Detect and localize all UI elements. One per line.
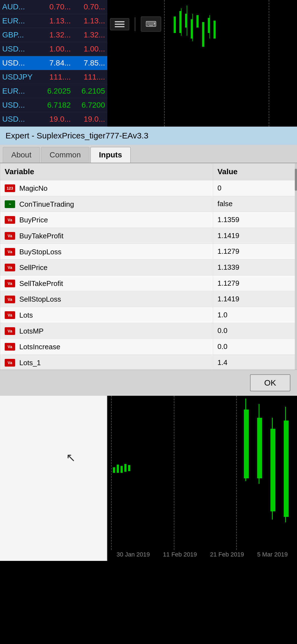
tab-about[interactable]: About <box>3 147 40 163</box>
inputs-table: Variable Value 123 MagicNo 0 ~ ConTinueT… <box>0 163 297 370</box>
ticker-bid: 7.84... <box>37 59 71 67</box>
svg-rect-21 <box>117 465 119 473</box>
ticker-row[interactable]: EUR... 6.2025 6.2105 <box>0 84 107 98</box>
table-row[interactable]: Va Lots_1 1.4 <box>0 354 297 370</box>
scrollbar[interactable] <box>295 163 297 370</box>
ticker-bid: 6.7182 <box>37 101 71 110</box>
bottom-section: ↖ 30 Jan 201911 Feb <box>0 396 297 561</box>
chart-area-top: ⌨ <box>107 0 297 127</box>
ticker-row[interactable]: EUR... 1.13... 1.13... <box>0 14 107 28</box>
top-section: AUD... 0.70... 0.70... EUR... 1.13... 1.… <box>0 0 297 127</box>
table-row[interactable]: Va Lots 1.0 <box>0 307 297 323</box>
value-cell[interactable]: 1.1359 <box>213 212 297 228</box>
table-row[interactable]: Va BuyTakeProfit 1.1419 <box>0 228 297 244</box>
var-icon: Va <box>5 311 15 319</box>
svg-rect-22 <box>120 466 123 473</box>
table-row[interactable]: Va BuyPrice 1.1359 <box>0 212 297 228</box>
var-icon: Va <box>5 343 15 351</box>
table-row[interactable]: Va BuyStopLoss 1.1279 <box>0 244 297 260</box>
var-icon: Va <box>5 264 15 271</box>
value-cell[interactable]: false <box>213 196 297 212</box>
var-name: Lots <box>19 311 33 319</box>
var-name: LotsIncrease <box>19 343 60 351</box>
ticker-bid: 1.32... <box>37 31 71 39</box>
value-cell[interactable]: 0.0 <box>213 323 297 339</box>
svg-rect-20 <box>113 467 115 473</box>
ticker-name: USD... <box>2 59 37 67</box>
table-row[interactable]: Va SellTakeProfit 1.1279 <box>0 275 297 291</box>
variable-cell: Va SellTakeProfit <box>0 275 213 291</box>
value-cell[interactable]: 1.1339 <box>213 260 297 275</box>
ticker-name: USD... <box>2 45 37 53</box>
expert-title-bar: Expert - SuplexPrices_tiger777-EAv3.3 <box>0 127 297 145</box>
keyboard-button[interactable]: ⌨ <box>141 17 161 32</box>
expert-dialog: Expert - SuplexPrices_tiger777-EAv3.3 Ab… <box>0 127 297 396</box>
svg-rect-23 <box>124 464 127 472</box>
ticker-row[interactable]: USD... 6.7182 6.7200 <box>0 98 107 112</box>
var-name: BuyStopLoss <box>19 247 61 256</box>
date-axis: 30 Jan 201911 Feb 201921 Feb 20195 Mar 2… <box>107 551 297 558</box>
date-label: 21 Feb 2019 <box>210 551 244 558</box>
value-cell[interactable]: 1.1279 <box>213 275 297 291</box>
value-cell[interactable]: 1.4 <box>213 354 297 370</box>
ticker-row[interactable]: GBP... 1.32... 1.32... <box>0 28 107 42</box>
scroll-thumb[interactable] <box>295 169 297 191</box>
table-row[interactable]: ~ ConTinueTrading false <box>0 196 297 212</box>
table-row[interactable]: Va SellStopLoss 1.1419 <box>0 291 297 307</box>
ticker-bid: 0.70... <box>37 2 71 11</box>
ticker-bid: 6.2025 <box>37 87 71 95</box>
var-icon: 123 <box>5 184 15 192</box>
svg-rect-4 <box>196 15 199 28</box>
toolbar-divider <box>135 17 135 31</box>
table-row[interactable]: Va LotsIncrease 0.0 <box>0 339 297 355</box>
tab-inputs[interactable]: Inputs <box>90 147 131 163</box>
ticker-name: EUR... <box>2 17 37 25</box>
ticker-row[interactable]: USD... 1.00... 1.00... <box>0 42 107 56</box>
var-name: BuyPrice <box>19 216 48 224</box>
svg-rect-7 <box>213 21 216 39</box>
ticker-name: USD... <box>2 115 37 124</box>
ticker-name: USD... <box>2 101 37 110</box>
variable-cell: ~ ConTinueTrading <box>0 196 213 212</box>
table-row[interactable]: Va LotsMP 0.0 <box>0 323 297 339</box>
value-cell[interactable]: 1.0 <box>213 307 297 323</box>
svg-rect-16 <box>270 429 275 511</box>
ticker-ask: 7.85... <box>71 59 105 67</box>
dialog-footer: OK <box>0 370 297 396</box>
value-cell[interactable]: 1.1279 <box>213 244 297 260</box>
var-name: SellStopLoss <box>19 295 61 303</box>
svg-rect-24 <box>128 465 130 471</box>
ticker-row[interactable]: USDJPY 111.... 111.... <box>0 70 107 84</box>
ticker-ask: 111.... <box>71 73 105 81</box>
variable-cell: Va Lots <box>0 307 213 323</box>
ticker-panel: AUD... 0.70... 0.70... EUR... 1.13... 1.… <box>0 0 107 127</box>
tab-common[interactable]: Common <box>41 147 89 163</box>
var-icon: Va <box>5 359 15 367</box>
date-label: 30 Jan 2019 <box>117 551 150 558</box>
ticker-ask: 6.2105 <box>71 87 105 95</box>
ok-button[interactable]: OK <box>250 374 290 391</box>
value-cell[interactable]: 0.0 <box>213 339 297 355</box>
var-name: LotsMP <box>19 327 43 335</box>
ticker-bid: 19.0... <box>37 115 71 124</box>
svg-rect-12 <box>244 410 249 478</box>
variable-cell: Va Lots_1 <box>0 354 213 370</box>
var-name: Lots_1 <box>19 359 41 367</box>
variable-cell: 123 MagicNo <box>0 180 213 196</box>
ticker-row[interactable]: USD... 19.0... 19.0... <box>0 112 107 126</box>
table-row[interactable]: 123 MagicNo 0 <box>0 180 297 196</box>
svg-rect-5 <box>202 22 204 47</box>
ticker-name: EUR... <box>2 87 37 95</box>
value-cell[interactable]: 0 <box>213 180 297 196</box>
value-cell[interactable]: 1.1419 <box>213 291 297 307</box>
hamburger-button[interactable] <box>110 18 129 30</box>
ticker-row[interactable]: AUD... 0.70... 0.70... <box>0 0 107 14</box>
table-row[interactable]: Va SellPrice 1.1339 <box>0 260 297 275</box>
value-cell[interactable]: 1.1419 <box>213 228 297 244</box>
ticker-ask: 1.00... <box>71 45 105 53</box>
ticker-ask: 0.70... <box>71 2 105 11</box>
var-name: SellTakeProfit <box>19 279 63 287</box>
date-label: 11 Feb 2019 <box>163 551 197 558</box>
variable-cell: Va SellStopLoss <box>0 291 213 307</box>
ticker-row[interactable]: USD... 7.84... 7.85... <box>0 56 107 70</box>
